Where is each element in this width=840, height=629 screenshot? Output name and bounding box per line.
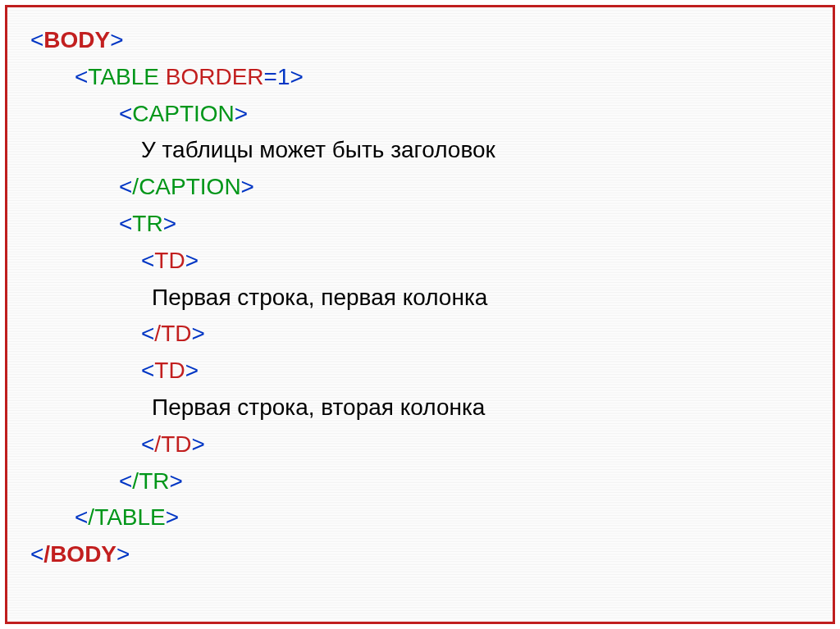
- line-table-open: <TABLE BORDER=1>: [30, 59, 826, 96]
- line-td1-close: </TD>: [30, 316, 826, 353]
- line-td2-open: <TD>: [30, 353, 826, 390]
- line-caption-text: У таблицы может быть заголовок: [30, 132, 826, 169]
- line-tr-open: <TR>: [30, 206, 826, 243]
- line-td2-close: </TD>: [30, 426, 826, 463]
- line-td1-text: Первая строка, первая колонка: [30, 280, 826, 317]
- code-slide-frame: <BODY><TABLE BORDER=1><CAPTION>У таблицы…: [5, 5, 835, 624]
- line-td1-open: <TD>: [30, 243, 826, 280]
- line-tr-close: </TR>: [30, 463, 826, 500]
- line-td2-text: Первая строка, вторая колонка: [30, 390, 826, 426]
- line-body-close: </BODY>: [30, 536, 826, 573]
- html-code-example: <BODY><TABLE BORDER=1><CAPTION>У таблицы…: [30, 22, 826, 573]
- line-caption-open: <CAPTION>: [30, 96, 826, 133]
- line-body-open: <BODY>: [30, 22, 826, 59]
- line-caption-close: </CAPTION>: [30, 169, 826, 206]
- line-table-close: </TABLE>: [30, 499, 826, 536]
